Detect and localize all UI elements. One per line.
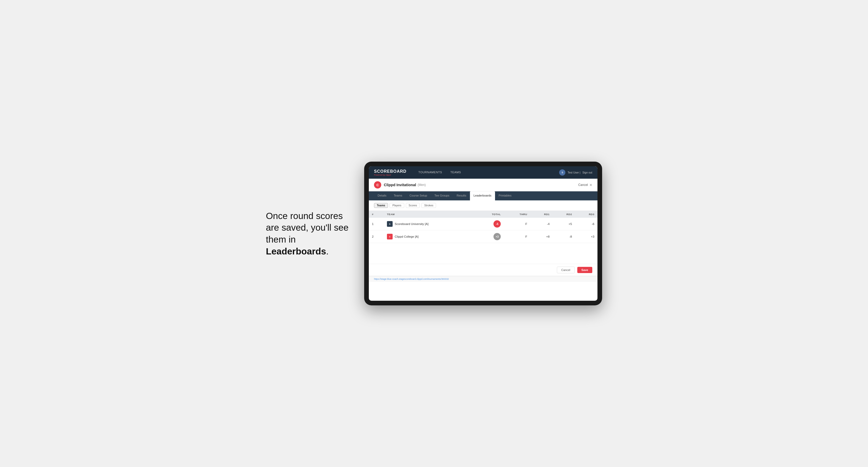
nav-right: S Test User | Sign out — [559, 169, 592, 176]
nav-link-teams[interactable]: TEAMS — [446, 166, 465, 179]
rd1-cell-1: -4 — [530, 218, 553, 230]
tab-tee-groups[interactable]: Tee Groups — [431, 191, 453, 200]
table-row: 2 C Clippd College [A] +3 F +8 -8 — [369, 230, 597, 243]
tournament-header: C Clippd Invitational (Men) Cancel ✕ — [369, 179, 597, 191]
rd1-cell-2: +8 — [530, 230, 553, 243]
tab-bar: Details Teams Course Setup Tee Groups Re… — [369, 191, 597, 200]
tab-teams[interactable]: Teams — [390, 191, 406, 200]
thru-cell-1: F — [504, 218, 530, 230]
team-logo-1: S — [387, 221, 393, 227]
tablet-screen: SCOREBOARD Powered by clippd TOURNAMENTS… — [369, 166, 597, 301]
table-row: 1 S Scoreboard University [A] -5 F -4 — [369, 218, 597, 230]
user-avatar: S — [559, 169, 565, 176]
col-rd3: RD3 — [575, 211, 597, 218]
col-total: TOTAL — [475, 211, 504, 218]
tournament-subtitle: (Men) — [418, 183, 426, 187]
rd3-cell-1: -6 — [575, 218, 597, 230]
team-cell: S Scoreboard University [A] — [384, 218, 475, 230]
col-rd2: RD2 — [553, 211, 575, 218]
url-bar: https://stage-blue-coach.stagescoreboard… — [369, 276, 597, 282]
filter-players-button[interactable]: Players — [390, 203, 404, 208]
tab-course-setup[interactable]: Course Setup — [406, 191, 431, 200]
rd2-cell-1: +5 — [553, 218, 575, 230]
header-cancel-button[interactable]: Cancel ✕ — [578, 183, 592, 187]
total-cell-2: +3 — [475, 230, 504, 243]
col-thru: THRU — [504, 211, 530, 218]
side-description: Once round scores are saved, you'll see … — [266, 210, 349, 257]
save-button[interactable]: Save — [577, 267, 592, 273]
cancel-button[interactable]: Cancel — [557, 267, 575, 273]
filter-scores-button[interactable]: Scores — [406, 203, 420, 208]
table-header: # TEAM TOTAL THRU RD1 RD2 RD3 — [369, 211, 597, 218]
score-badge-2: +3 — [494, 233, 501, 240]
nav-bar: SCOREBOARD Powered by clippd TOURNAMENTS… — [369, 166, 597, 179]
rank-cell: 2 — [369, 230, 384, 243]
tab-details[interactable]: Details — [374, 191, 390, 200]
col-team: TEAM — [384, 211, 475, 218]
logo-area: SCOREBOARD Powered by clippd — [374, 169, 407, 176]
filter-teams-button[interactable]: Teams — [374, 203, 388, 208]
team-cell: C Clippd College [A] — [384, 230, 475, 243]
tab-printables[interactable]: Printables — [495, 191, 515, 200]
close-icon: ✕ — [589, 183, 592, 187]
app-logo-title: SCOREBOARD — [374, 169, 407, 174]
team-name-1: Scoreboard University [A] — [395, 222, 429, 225]
table-body: 1 S Scoreboard University [A] -5 F -4 — [369, 218, 597, 243]
team-name-2: Clippd College [A] — [395, 235, 418, 238]
tab-leaderboards[interactable]: Leaderboards — [470, 191, 495, 200]
tab-results[interactable]: Results — [453, 191, 470, 200]
col-rd1: RD1 — [530, 211, 553, 218]
tournament-title: Clippd Invitational — [384, 183, 416, 187]
tablet-container: SCOREBOARD Powered by clippd TOURNAMENTS… — [364, 162, 602, 305]
leaderboard-table: # TEAM TOTAL THRU RD1 RD2 RD3 1 — [369, 211, 597, 243]
page-wrapper: Once round scores are saved, you'll see … — [266, 162, 602, 305]
rd2-cell-2: -8 — [553, 230, 575, 243]
footer-bar: Cancel Save — [369, 264, 597, 276]
team-logo-2: C — [387, 234, 393, 240]
tournament-icon: C — [374, 181, 381, 188]
col-rank: # — [369, 211, 384, 218]
nav-user-name: Test User | — [567, 171, 580, 174]
nav-links: TOURNAMENTS TEAMS — [414, 166, 465, 179]
filter-strokes-button[interactable]: Strokes — [421, 203, 436, 208]
app-logo-subtitle: Powered by clippd — [374, 174, 407, 176]
filter-bar: Teams Players Scores Strokes — [369, 200, 597, 211]
sign-out-button[interactable]: Sign out — [583, 171, 592, 174]
total-cell-1: -5 — [475, 218, 504, 230]
nav-link-tournaments[interactable]: TOURNAMENTS — [414, 166, 446, 179]
rank-cell: 1 — [369, 218, 384, 230]
score-badge-1: -5 — [494, 220, 501, 227]
thru-cell-2: F — [504, 230, 530, 243]
leaderboards-highlight: Leaderboards — [266, 246, 326, 256]
rd3-cell-2: +3 — [575, 230, 597, 243]
